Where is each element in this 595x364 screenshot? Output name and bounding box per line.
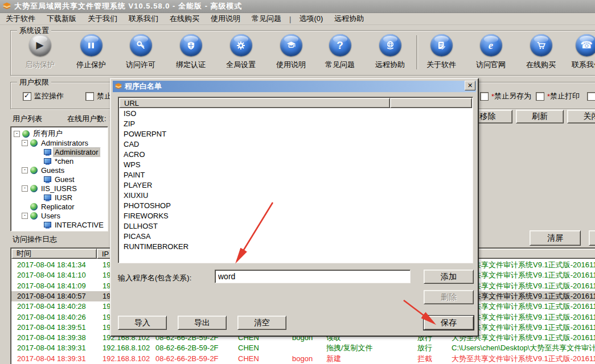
- program-name-label: 输入程序名(包含关系):: [118, 273, 191, 283]
- whitelist-item-picasa[interactable]: PICASA: [119, 231, 391, 242]
- tree-item-label: IIS_IUSRS: [40, 184, 78, 193]
- app-logo-icon: [2, 1, 11, 12]
- close-button[interactable]: 关闭: [567, 110, 595, 123]
- tree-item-label: Guest: [54, 175, 76, 184]
- program-name-input[interactable]: [215, 270, 411, 283]
- dialog-titlebar[interactable]: 程序白名单: [113, 81, 476, 92]
- toolbar-button-5[interactable]: 全局设置: [215, 34, 266, 70]
- tree-item-administrator[interactable]: Administrator: [35, 147, 100, 156]
- tree-item-administrators[interactable]: -Administrators: [22, 138, 89, 147]
- whitelist-item-paint[interactable]: PAINT: [119, 170, 391, 180]
- log-cell-op: 新建: [321, 354, 412, 364]
- toolbar-button-1[interactable]: ▶启动保护: [14, 34, 65, 70]
- whitelist-item-cad[interactable]: CAD: [119, 139, 391, 150]
- cart-icon: [530, 34, 552, 56]
- document-icon: [430, 34, 453, 56]
- toolbar-button-2[interactable]: 停止保护: [65, 34, 117, 70]
- dialog-close-button[interactable]: ✕: [465, 81, 475, 90]
- toolbar-button-label: 停止保护: [65, 60, 117, 70]
- log-cell-time: 2017-08-04 18:39:31: [11, 343, 97, 353]
- tree-item-users[interactable]: -Users: [22, 211, 61, 220]
- menu-item[interactable]: 常见问题: [246, 13, 287, 25]
- globe-icon: [30, 203, 38, 210]
- whitelist-item-wps[interactable]: WPS: [119, 160, 391, 170]
- whitelist-item-xiuxiu[interactable]: XIUXIU: [119, 191, 391, 201]
- refresh-button[interactable]: 刷新: [516, 110, 564, 123]
- pause-icon: [80, 34, 102, 56]
- toolbar-button-7[interactable]: ?常见问题: [314, 34, 366, 70]
- tree-item-replicator[interactable]: Replicator: [22, 202, 76, 211]
- access-log-label: 访问操作日志: [13, 234, 57, 245]
- tree-item-guest[interactable]: Guest: [35, 175, 76, 184]
- menu-item[interactable]: 使用说明: [205, 13, 246, 25]
- checkbox-icon[interactable]: [587, 92, 595, 101]
- toolbar-button-label: 绑定认证: [165, 60, 216, 70]
- whitelist-item-acro[interactable]: ACRO: [119, 150, 391, 160]
- graduation-cap-icon: [280, 34, 302, 56]
- log-cell-ip: 192.168.8.102: [97, 343, 150, 353]
- checkbox-icon[interactable]: [480, 92, 489, 101]
- tree-item-所有用户[interactable]: -所有用户: [14, 129, 64, 138]
- toolbar-button-12[interactable]: ☎联系我们: [561, 34, 595, 70]
- export-button[interactable]: 导出: [178, 316, 227, 330]
- save-button[interactable]: 保存: [424, 316, 474, 330]
- checkbox-forbid-print[interactable]: *禁止打印: [536, 91, 580, 101]
- log-column-header-时间[interactable]: 时间: [11, 249, 97, 259]
- whitelist-item-zip[interactable]: ZIP: [119, 119, 391, 129]
- tree-expander-icon[interactable]: -: [22, 185, 28, 192]
- toolbar-button-8[interactable]: 远程协助: [364, 34, 416, 70]
- toolbar-button-9[interactable]: 关于软件: [416, 34, 467, 70]
- whitelist-column-header[interactable]: URL: [119, 98, 390, 108]
- checkbox-forbid-partial[interactable]: 禁: [587, 91, 595, 101]
- log-cell-status: 拦截: [412, 354, 446, 364]
- whitelist-item-photoshop[interactable]: PHOTOSHOP: [119, 201, 391, 211]
- tree-item-guests[interactable]: -Guests: [22, 166, 65, 175]
- menu-item[interactable]: 远程协助: [329, 13, 370, 25]
- menu-item[interactable]: 下载新版: [41, 13, 82, 25]
- whitelist-item-powerpnt[interactable]: POWERPNT: [119, 129, 391, 139]
- tree-item-iusr[interactable]: IUSR: [35, 193, 73, 202]
- tree-expander-icon[interactable]: -: [14, 131, 20, 137]
- tree-expander-icon[interactable]: -: [22, 213, 28, 219]
- clear-screen-button[interactable]: 清屏: [530, 230, 581, 246]
- log-row[interactable]: 2017-08-04 18:39:31192.168.8.10208-62-66…: [11, 354, 595, 364]
- tree-item-label: Administrator: [54, 148, 100, 156]
- menu-item[interactable]: 关于软件: [0, 13, 41, 25]
- toolbar-button-label: 远程协助: [364, 60, 416, 70]
- window-title: 大势至局域网共享文件管理系统 V10.5.58.0 - 全能版 - 高级模式: [14, 1, 243, 11]
- whitelist-item-player[interactable]: PLAYER: [119, 180, 391, 191]
- toolbar-button-4[interactable]: 绑定认证: [165, 34, 216, 70]
- whitelist-item-runtimebroker[interactable]: RUNTIMEBROKER: [119, 242, 391, 252]
- toolbar-button-label: 访问官网: [465, 60, 516, 70]
- checkbox-icon[interactable]: [23, 92, 31, 101]
- checkbox-icon[interactable]: [85, 92, 94, 101]
- toolbar-button-11[interactable]: 在线购买: [515, 34, 567, 70]
- whitelist-item-dllhost[interactable]: DLLHOST: [119, 221, 391, 231]
- delete-button[interactable]: 删除: [424, 290, 474, 304]
- add-button[interactable]: 添加: [424, 270, 474, 284]
- checkbox-forbid-save-as[interactable]: *禁止另存为: [480, 91, 531, 101]
- clear-button[interactable]: 清空: [237, 316, 286, 330]
- tree-item-chen[interactable]: *chen: [35, 156, 75, 166]
- partial-right-button[interactable]: [589, 230, 595, 246]
- tree-item-iisiusrs[interactable]: -IIS_IUSRS: [22, 184, 78, 193]
- user-list-label: 用户列表: [13, 114, 42, 124]
- checkbox-monitor-operations[interactable]: 监控操作: [23, 91, 64, 101]
- tree-item-interactive[interactable]: INTERACTIVE: [35, 220, 105, 229]
- tree-expander-icon[interactable]: -: [22, 140, 28, 146]
- log-row[interactable]: 2017-08-04 18:39:31192.168.8.10208-62-66…: [11, 343, 595, 353]
- menu-item[interactable]: 联系我们: [123, 13, 164, 25]
- whitelist-column-header-2[interactable]: [390, 98, 472, 108]
- gear-icon: [230, 34, 252, 56]
- menu-item[interactable]: 选项(0): [293, 13, 329, 25]
- whitelist-item-fireworks[interactable]: FIREWORKS: [119, 211, 391, 221]
- menu-item[interactable]: 关于我们: [82, 13, 123, 25]
- toolbar-button-3[interactable]: 访问许可: [115, 34, 166, 70]
- toolbar-button-6[interactable]: 使用说明: [265, 34, 317, 70]
- toolbar-button-10[interactable]: e访问官网: [465, 34, 516, 70]
- checkbox-icon[interactable]: [536, 92, 544, 101]
- import-button[interactable]: 导入: [118, 316, 167, 330]
- tree-expander-icon[interactable]: -: [22, 167, 28, 173]
- menu-item[interactable]: 在线购买: [164, 13, 205, 25]
- whitelist-item-iso[interactable]: ISO: [119, 109, 391, 119]
